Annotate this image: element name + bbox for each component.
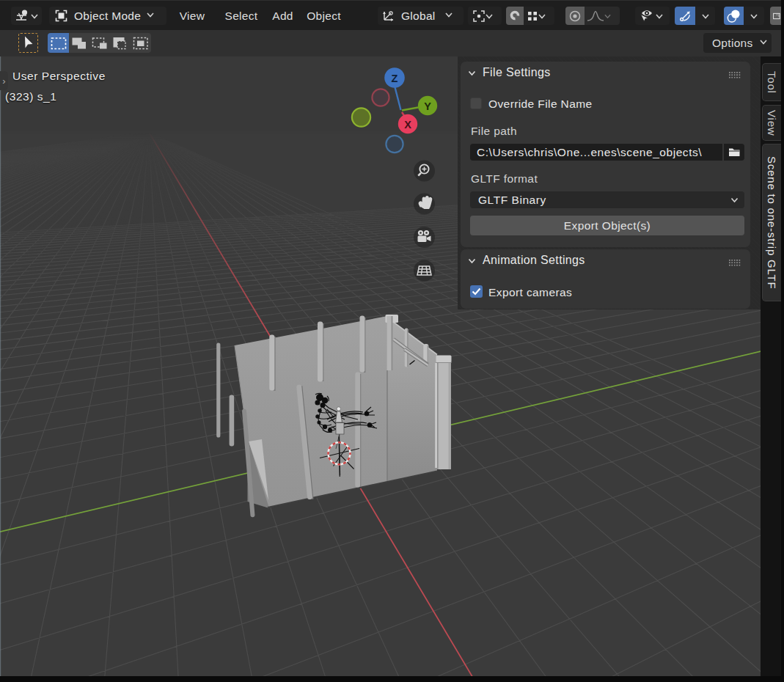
svg-text:Y: Y [424, 100, 431, 112]
svg-text:X: X [404, 119, 411, 131]
svg-text:Z: Z [392, 73, 398, 84]
